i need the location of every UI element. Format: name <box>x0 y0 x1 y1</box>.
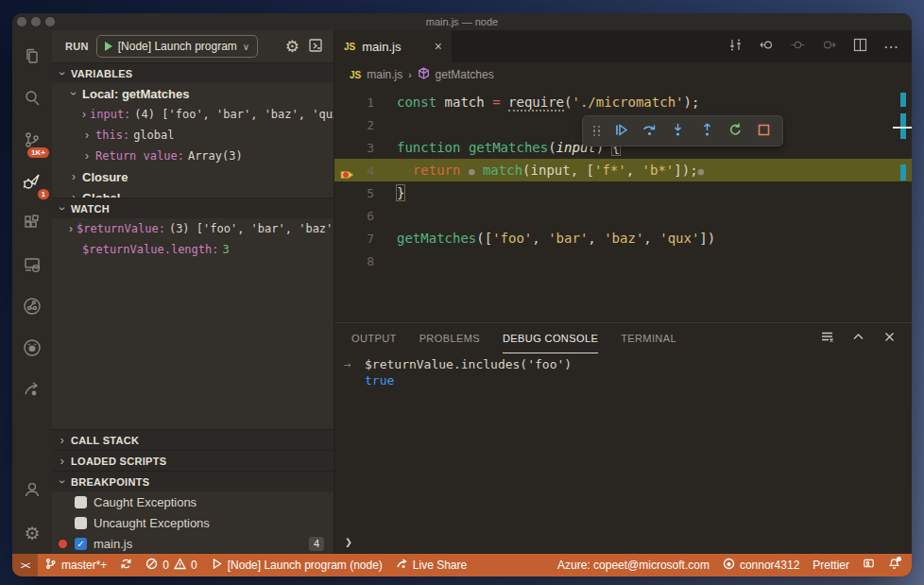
variables-item-row[interactable]: ›Return value: Array(3) <box>52 146 334 166</box>
variables-item-row[interactable]: ›input: (4) ['foo', 'bar', 'baz', 'qux'] <box>52 104 334 125</box>
watch-section-header[interactable]: › WATCH <box>52 198 334 218</box>
github-account-status[interactable]: connor4312 <box>716 554 806 576</box>
debug-target-label: [Node] Launch program (node) <box>228 559 383 572</box>
close-panel-icon[interactable] <box>882 330 897 348</box>
line-number-gutter[interactable]: 6 <box>334 209 397 223</box>
notifications-button[interactable] <box>881 554 912 576</box>
launch-config-dropdown[interactable]: [Node] Launch program ∨ <box>96 35 258 58</box>
loaded-scripts-section-header[interactable]: › LOADED SCRIPTS <box>52 450 334 471</box>
chevron-icon: › <box>82 108 86 121</box>
line-number-gutter[interactable]: 5 <box>334 186 397 200</box>
variables-scope-row[interactable]: ›Global <box>52 187 334 198</box>
breadcrumb-file[interactable]: main.js <box>367 68 402 81</box>
stop-button[interactable] <box>756 122 772 141</box>
configure-gear-icon[interactable]: ⚙ <box>285 37 299 57</box>
close-tab-icon[interactable]: × <box>435 39 442 54</box>
variables-scope-row[interactable]: ›Local: getMatches <box>52 83 334 104</box>
zoom-window-button[interactable] <box>45 17 55 26</box>
azure-account-status[interactable]: Azure: copeet@microsoft.com <box>551 554 716 576</box>
title-bar[interactable]: main.js — node <box>12 13 912 30</box>
line-number-gutter[interactable]: 2 <box>334 118 397 132</box>
code-line[interactable]: 8 <box>334 249 912 272</box>
variables-section-header[interactable]: › VARIABLES <box>52 62 334 83</box>
line-number-gutter[interactable]: 7 <box>334 232 397 246</box>
accounts-button[interactable] <box>12 471 52 512</box>
start-debug-icon[interactable] <box>105 42 112 51</box>
sidebar-item-search[interactable] <box>12 79 52 121</box>
drag-grip-icon[interactable] <box>593 126 601 137</box>
sidebar-item-explorer[interactable] <box>12 38 52 79</box>
restart-button[interactable] <box>727 122 744 141</box>
code-token: getMatches <box>469 140 548 155</box>
code-line[interactable]: 7getMatches(['foo', 'bar', 'baz', 'qux']… <box>334 227 912 249</box>
breakpoint-row[interactable]: Caught Exceptions <box>52 491 334 512</box>
line-number-gutter[interactable]: 3 <box>334 141 397 155</box>
step-out-button[interactable] <box>699 122 715 141</box>
manage-button[interactable]: ⚙ <box>12 512 52 554</box>
code-token: function <box>397 140 460 155</box>
breakpoints-section-header[interactable]: › BREAKPOINTS <box>52 471 334 491</box>
variable-value: (4) ['foo', 'bar', 'baz', 'qux'] <box>134 108 334 121</box>
git-graph-icon <box>22 296 43 320</box>
sidebar-item-github[interactable] <box>12 329 52 370</box>
breakpoint-row[interactable]: ✓main.js4 <box>52 533 334 554</box>
error-icon <box>145 558 158 573</box>
code-line[interactable]: 1const match = require('./micromatch'); <box>334 91 912 113</box>
breadcrumb-symbol[interactable]: getMatches <box>436 68 494 81</box>
step-into-button[interactable] <box>670 122 686 141</box>
more-actions-icon[interactable]: ⋯ <box>883 38 898 56</box>
line-number-gutter[interactable]: 4 <box>334 163 397 178</box>
maximize-panel-icon[interactable] <box>851 330 865 348</box>
sync-status[interactable] <box>113 554 139 576</box>
problems-status[interactable]: 0 0 <box>139 554 203 576</box>
breakpoint-checkbox[interactable] <box>75 517 87 529</box>
git-branch-status[interactable]: master*+ <box>38 554 113 576</box>
call-stack-section-header[interactable]: › CALL STACK <box>52 429 334 450</box>
console-input-prompt[interactable]: ❯ <box>345 535 352 549</box>
record-icon[interactable] <box>790 37 806 57</box>
continue-forward-icon[interactable] <box>821 37 837 57</box>
sidebar-item-extensions[interactable] <box>12 204 52 246</box>
variables-scope-row[interactable]: ›Closure <box>52 166 334 187</box>
sidebar-item-git-graph[interactable] <box>12 287 52 329</box>
tab-terminal[interactable]: TERMINAL <box>621 323 676 353</box>
remote-indicator[interactable]: >< <box>12 554 38 576</box>
line-number-gutter[interactable]: 8 <box>334 254 397 268</box>
split-editor-icon[interactable] <box>852 37 868 57</box>
sidebar-item-source-control[interactable]: 1K+ <box>12 121 52 163</box>
formatter-status[interactable]: Prettier <box>806 554 856 576</box>
feedback-button[interactable] <box>856 554 881 576</box>
variables-item-row[interactable]: ›this: global <box>52 125 334 146</box>
sidebar-item-run-debug[interactable]: 1 <box>12 163 52 204</box>
sidebar-item-remote-explorer[interactable] <box>12 246 52 287</box>
open-changes-icon[interactable] <box>727 37 744 57</box>
editor-actions: ⋯ <box>727 30 912 62</box>
watch-item-row[interactable]: $returnValue.length: 3 <box>52 239 334 260</box>
minimize-window-button[interactable] <box>31 17 41 26</box>
close-window-button[interactable] <box>17 17 26 26</box>
breakpoint-row[interactable]: Uncaught Exceptions <box>52 512 334 533</box>
breadcrumb[interactable]: JS main.js › getMatches <box>334 62 912 87</box>
scrollbar-handle[interactable] <box>893 127 912 129</box>
debug-target-status[interactable]: [Node] Launch program (node) <box>204 554 389 576</box>
code-line[interactable]: 6 <box>334 204 912 227</box>
breakpoint-checkbox[interactable] <box>75 496 87 508</box>
tab-debug-console[interactable]: DEBUG CONSOLE <box>503 323 598 353</box>
breakpoint-checkbox[interactable]: ✓ <box>75 538 87 550</box>
sidebar-item-live-share[interactable] <box>12 370 52 412</box>
variable-name: Return value: <box>95 149 184 163</box>
tab-main-js[interactable]: JS main.js × <box>334 30 452 62</box>
open-debug-console-icon[interactable] <box>307 37 324 57</box>
live-share-status[interactable]: Live Share <box>389 554 473 576</box>
watch-item-row[interactable]: ›$returnValue: (3) ['foo', 'bar', 'baz'] <box>52 218 334 239</box>
code-editor[interactable]: 1const match = require('./micromatch');2… <box>334 87 912 322</box>
continue-button[interactable] <box>613 122 629 141</box>
tab-problems[interactable]: PROBLEMS <box>419 323 480 353</box>
clear-console-icon[interactable] <box>820 330 834 348</box>
code-line[interactable]: 4··return·● match(input,·['f*',·'b*']);● <box>334 159 912 181</box>
reverse-continue-icon[interactable] <box>759 37 775 57</box>
step-over-button[interactable] <box>642 122 658 141</box>
line-number-gutter[interactable]: 1 <box>334 95 397 110</box>
code-line[interactable]: 5} <box>334 181 912 204</box>
tab-output[interactable]: OUTPUT <box>351 323 397 353</box>
